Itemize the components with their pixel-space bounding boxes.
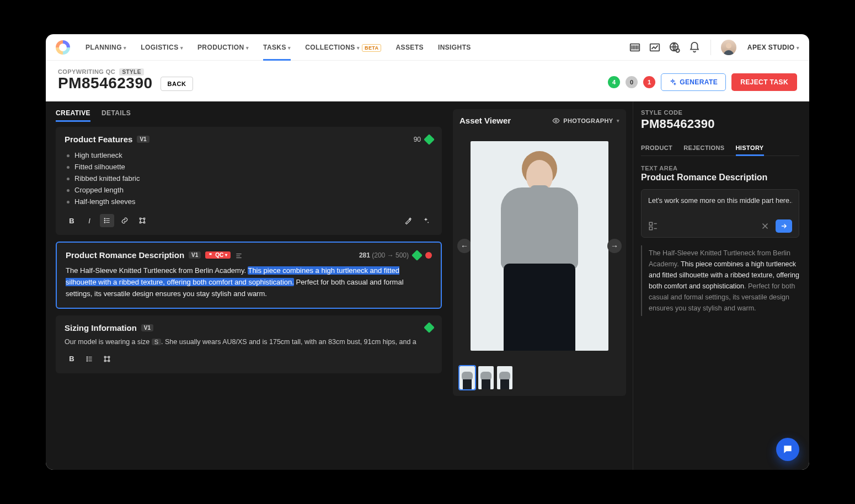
asset-stage: ← → (459, 130, 619, 362)
svg-rect-16 (108, 356, 109, 357)
prev-asset-button[interactable]: ← (457, 239, 472, 253)
transform-button[interactable] (135, 214, 149, 227)
tab-history[interactable]: HISTORY (736, 140, 764, 156)
bullet-list-button[interactable] (100, 214, 114, 227)
side-tabs: PRODUCT REJECTIONS HISTORY (641, 140, 799, 156)
asset-thumbnails (459, 366, 619, 389)
status-count-pending[interactable]: 0 (626, 76, 638, 88)
divider (710, 40, 711, 55)
svg-point-14 (87, 361, 87, 361)
app-window: PLANNING▾ LOGISTICS▾ PRODUCTION▾ TASKS▾ … (46, 34, 809, 470)
transform-button[interactable] (100, 352, 114, 366)
svg-rect-18 (108, 360, 109, 361)
tab-product[interactable]: PRODUCT (641, 140, 672, 156)
reject-button[interactable]: REJECT TASK (731, 73, 797, 91)
sparkle-icon[interactable] (419, 214, 433, 227)
svg-point-7 (104, 222, 105, 223)
svg-rect-17 (104, 360, 105, 361)
next-asset-button[interactable]: → (607, 239, 622, 253)
status-count-approved[interactable]: 4 (608, 76, 620, 88)
chevron-down-icon: ▾ (797, 45, 799, 51)
char-count: 281 (200 → 500) (359, 251, 409, 259)
app-logo (56, 40, 70, 55)
sparkle-icon (669, 79, 676, 86)
thumbnail[interactable] (459, 366, 475, 389)
nav-insights[interactable]: INSIGHTS (431, 35, 478, 60)
svg-point-6 (104, 221, 105, 221)
thumbnail[interactable] (497, 366, 512, 389)
sizing-card: Sizing Information V1 Our model is weari… (56, 315, 442, 373)
bell-icon[interactable] (688, 41, 701, 53)
chat-input[interactable] (648, 197, 792, 205)
link-button[interactable] (117, 214, 132, 227)
generate-button[interactable]: GENERATE (661, 73, 726, 91)
svg-point-12 (87, 357, 87, 357)
nav-planning[interactable]: PLANNING▾ (79, 35, 133, 60)
tab-creative[interactable]: CREATIVE (56, 109, 90, 121)
wand-icon[interactable] (401, 214, 415, 227)
creative-column: CREATIVE DETAILS Product Features V1 90 … (46, 101, 451, 470)
check-icon (424, 134, 435, 145)
history-quote: The Half-Sleeve Knitted Turtleneck from … (641, 245, 799, 316)
qc-chip[interactable]: QC ▾ (205, 251, 231, 259)
asset-viewer-title: Asset Viewer (459, 116, 511, 125)
chat-fab[interactable] (776, 438, 799, 461)
svg-rect-10 (140, 222, 141, 223)
text-area-label: TEXT AREA (641, 165, 799, 171)
chat-composer (641, 189, 799, 238)
left-tabs: CREATIVE DETAILS (56, 109, 442, 127)
barcode-icon[interactable] (629, 41, 641, 53)
list-item: Fitted silhouette (67, 161, 433, 173)
paragraph-icon[interactable] (235, 252, 243, 259)
svg-rect-11 (143, 222, 145, 223)
bold-button[interactable]: B (65, 214, 79, 227)
chevron-down-icon: ▾ (246, 45, 249, 51)
asset-viewer: Asset Viewer PHOTOGRAPHY ▾ ← (453, 109, 626, 396)
beta-badge: BETA (362, 44, 381, 52)
nav-right: APEX STUDIO▾ (629, 40, 799, 55)
workspace-switcher[interactable]: APEX STUDIO▾ (747, 44, 799, 51)
features-score: 90 (414, 136, 421, 143)
asset-column: Asset Viewer PHOTOGRAPHY ▾ ← (451, 101, 633, 470)
chevron-down-icon: ▾ (180, 45, 183, 51)
list-item: Cropped length (67, 184, 433, 196)
back-button[interactable]: BACK (161, 77, 194, 91)
tab-rejections[interactable]: REJECTIONS (683, 140, 724, 156)
svg-point-13 (87, 358, 87, 359)
nav-tasks[interactable]: TASKS▾ (256, 35, 297, 60)
thumbnail[interactable] (478, 366, 494, 389)
features-list: High turtleneck Fitted silhouette Ribbed… (65, 149, 433, 207)
asset-mode-switcher[interactable]: PHOTOGRAPHY ▾ (552, 117, 619, 125)
nav-logistics[interactable]: LOGISTICS▾ (134, 35, 190, 60)
clear-icon[interactable] (760, 221, 770, 231)
nav-items: PLANNING▾ LOGISTICS▾ PRODUCTION▾ TASKS▾ … (79, 35, 478, 60)
style-code-value: PM85462390 (641, 117, 799, 131)
romance-title: Product Romance Description (66, 250, 184, 260)
bold-button[interactable]: B (65, 352, 79, 366)
send-button[interactable] (776, 219, 792, 233)
bullet-list-button[interactable] (82, 352, 97, 366)
status-count-rejected[interactable]: 1 (643, 76, 655, 88)
list-item: High turtleneck (67, 149, 433, 161)
page-header: COPYWRITING QC STYLE PM85462390 BACK 4 0… (46, 61, 809, 101)
chevron-down-icon: ▾ (357, 45, 360, 51)
side-panel: STYLE CODE PM85462390 PRODUCT REJECTIONS… (633, 101, 809, 470)
asset-image[interactable] (471, 141, 608, 351)
romance-text[interactable]: The Half-Sleeve Knitted Turtleneck from … (66, 265, 432, 299)
user-avatar[interactable] (721, 40, 736, 55)
chevron-down-icon: ▾ (288, 45, 291, 51)
features-toolbar: B I (65, 214, 433, 227)
flag-icon (209, 253, 213, 258)
insert-block-icon[interactable] (648, 221, 658, 231)
nav-assets[interactable]: ASSETS (389, 35, 430, 60)
tab-details[interactable]: DETAILS (101, 109, 131, 121)
sizing-toolbar: B (65, 352, 433, 366)
nav-production[interactable]: PRODUCTION▾ (191, 35, 255, 60)
list-item: Ribbed knitted fabric (67, 173, 433, 184)
italic-button[interactable]: I (82, 214, 97, 227)
nav-collections[interactable]: COLLECTIONS▾BETA (298, 35, 388, 60)
globe-settings-icon[interactable] (669, 41, 681, 53)
svg-rect-20 (649, 223, 652, 226)
chart-icon[interactable] (649, 41, 661, 53)
romance-card[interactable]: Product Romance Description V1 QC ▾ 281 … (56, 242, 442, 308)
